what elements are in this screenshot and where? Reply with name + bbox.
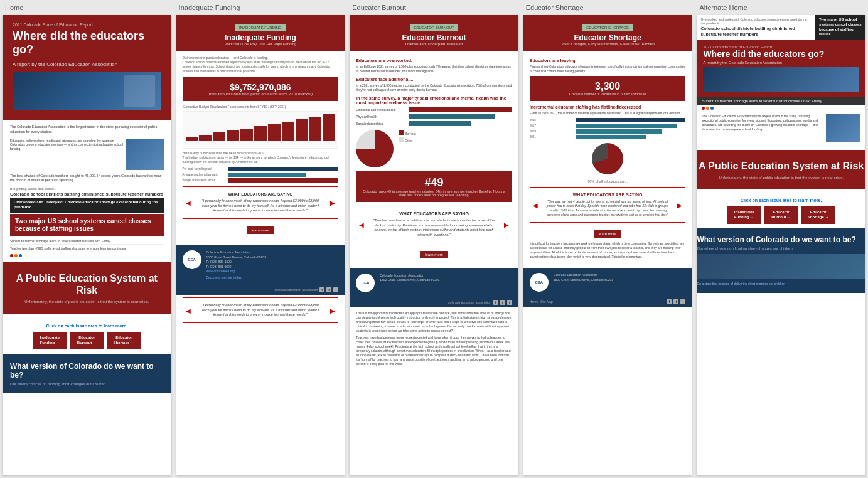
facebook-icon[interactable]: f [319, 287, 324, 292]
shortage-social-bar: Home Site Map f t i [523, 297, 692, 307]
chart-bar-3 [213, 132, 225, 141]
burnout-text1: In an EdSurge 2021 survey of 1,500-plus … [356, 65, 512, 73]
instagram-icon[interactable]: i [333, 287, 338, 292]
column-burnout: Educator Burnout EDUCATOR BURNOUT Educat… [347, 0, 521, 478]
alt-risk-section: A Public Education System at Risk Unfort… [697, 150, 865, 189]
home-page-preview: 2021 Colorado State of Education Report … [3, 15, 171, 475]
column-header-funding: Inadequate Funding [174, 0, 348, 15]
burnout-section1-title: Educators are overworked. [356, 58, 512, 63]
burnout-tag: EDUCATOR BURNOUT [410, 24, 458, 31]
burnout-stat-note-label: Colorado ranks 49 in average teacher sal… [361, 189, 507, 197]
shortage-body: Educators are leaving. Figures show Colo… [523, 51, 692, 265]
home-risk-title: A Public Education System at Risk [10, 272, 164, 296]
home-risk-section: A Public Education System at Risk Unfort… [3, 262, 171, 314]
burnout-footer-org: Colorado Education Association [380, 274, 512, 279]
funding-saying-title: WHAT EDUCATORS ARE SAYING [188, 192, 333, 196]
alt-news-bar: Substitute teacher shortage leads to sev… [697, 97, 865, 105]
burnout-hero: EDUCATOR BURNOUT Educator Burnout Overwo… [350, 15, 518, 51]
shortage-instagram-icon[interactable]: i [680, 299, 685, 304]
alt-version-subtitle: Our where choices on funding short-chang… [697, 247, 865, 250]
column-header-alt-home: Alternate Home [694, 0, 868, 15]
twitter-icon[interactable]: t [326, 287, 331, 292]
alt-issue-card-shortage[interactable]: Educator Shortage → [801, 206, 835, 224]
shortage-btn-center: learn more [530, 226, 686, 238]
chart-bar-6 [254, 126, 267, 141]
burnout-body: Educators are overworked. In an EdSurge … [350, 51, 518, 266]
home-news-overline: Overworked and underpaid: Colorado educa… [10, 198, 164, 213]
burnout-instagram-icon[interactable]: i [507, 300, 512, 305]
burnout-pie [356, 130, 394, 167]
shortage-facebook-icon[interactable]: f [667, 299, 672, 304]
home-news-sub2: Teacher two plan - NHS staffs avoid staf… [10, 245, 164, 252]
funding-footer-logo: CEA [183, 250, 201, 269]
shortage-saying-quote: "One day, we had 4 people out for events… [535, 199, 680, 217]
shortage-carousel-right[interactable]: ▶ [677, 201, 682, 208]
home-hero-label: 2021 Colorado State of Education Report [13, 23, 161, 27]
shortage-twitter-icon[interactable]: t [673, 299, 678, 304]
issue-card-burnout[interactable]: Educator Burnout → [70, 332, 104, 349]
burnout-learn-more-btn[interactable]: learn more [420, 251, 448, 258]
burnout-carousel-left[interactable]: ◀ [359, 221, 364, 228]
funding-second-carousel: ◀ "I personally finance much of my class… [183, 297, 339, 323]
shortage-text1: Figures show Colorado's educator shortag… [530, 65, 686, 73]
issue-card-funding[interactable]: Inadequate Funding → [33, 332, 67, 349]
burnout-section3-title: In the same survey, a majority said emot… [356, 96, 512, 105]
shortage-nav-home[interactable]: Home [530, 300, 538, 304]
funding2-saying-quote: "I personally finance much of my classro… [188, 303, 333, 317]
alt-body-two-col: The Colorado Education Association is th… [697, 112, 865, 145]
funding-footer-cta[interactable]: Become a member today. [206, 275, 339, 280]
funding2-carousel-right[interactable]: ▶ [330, 307, 335, 314]
funding-learn-more-btn[interactable]: learn more [247, 226, 275, 234]
shortage-pie-label: 70% of all educators are... [530, 179, 686, 183]
burnout-text2: In a 2021 survey of 1,300 teachers condu… [356, 83, 512, 92]
funding-page-preview: INADEQUATE FUNDING Inadequate Funding Po… [176, 15, 345, 475]
burnout-sbar-2: Physical health [356, 114, 512, 119]
burnout-twitter-icon[interactable]: t [500, 300, 505, 305]
shortage-hero: EDUCATOR SHORTAGE Educator Shortage Cove… [523, 15, 692, 51]
alt-news-headline: Colorado school districts battling dimin… [700, 26, 812, 37]
burnout-bottom-text: There is no opportunity to maintain an a… [350, 307, 518, 373]
funding-educators-saying: WHAT EDUCATORS ARE SAYING ◀ "I personall… [183, 186, 339, 219]
shortage-carousel-left[interactable]: ◀ [533, 201, 538, 208]
burnout-stat-highlight: #49 Colorado ranks 49 in average teacher… [356, 171, 512, 202]
chart-bar-5 [240, 129, 253, 141]
funding2-carousel-left[interactable]: ◀ [186, 307, 191, 314]
alt-news-left: Overworked and underpaid: Colorado educa… [697, 15, 815, 40]
column-home: Home 2021 Colorado State of Education Re… [0, 0, 174, 478]
burnout-facebook-icon[interactable]: f [493, 300, 498, 305]
burnout-title: Educator Burnout [357, 33, 511, 42]
funding-footer-website[interactable]: www.coloradoea.org [206, 269, 339, 274]
funding-carousel-left[interactable]: ◀ [186, 199, 191, 206]
alt-issue-card-funding[interactable]: Inadequate Funding → [727, 206, 761, 224]
home-news-big-headline: Two major US school systems cancel class… [10, 214, 164, 236]
home-cta-section: Click on each issue area to learn more. … [10, 319, 164, 354]
alt-version-image [697, 254, 865, 279]
funding-social-label: colorado education association [275, 288, 318, 292]
issue-card-shortage[interactable]: Educator Shortage → [107, 332, 141, 349]
burnout-pie-text: Burnout Other [399, 130, 512, 143]
funding-hbars: Per pupil spending rank Average teacher … [183, 167, 339, 183]
home-body-text3: The best chance of Colorado teachers bou… [10, 174, 164, 183]
funding-saying-quote: "I personally finance much of my classro… [188, 199, 333, 213]
chart-bar-7 [268, 124, 281, 141]
shortage-learn-more-btn[interactable]: learn more [594, 230, 622, 238]
home-news-sub1: Substitute teacher shortage leads to sev… [10, 238, 164, 245]
funding-stat-number: $9,752,970,086 [188, 82, 334, 92]
shortage-footer-org: Colorado Education Association [554, 273, 686, 278]
alt-issue-card-burnout[interactable]: Educator Burnout → [764, 206, 798, 224]
burnout-carousel-right[interactable]: ▶ [504, 221, 509, 228]
column-header-burnout: Educator Burnout [347, 0, 521, 15]
funding-text1: Colorado school districts received signi… [183, 60, 339, 73]
shortage-nav-sitemap[interactable]: Site Map [540, 300, 553, 304]
burnout-social-label: colorado education association [448, 300, 491, 304]
dot-blue [19, 254, 22, 257]
chart-bar-2 [199, 135, 212, 141]
sbar-fill-3 [409, 121, 471, 126]
shortage-hbar-3: 2019 [530, 129, 686, 134]
shortage-page-preview: EDUCATOR SHORTAGE Educator Shortage Cove… [523, 15, 692, 475]
funding-stat-label: Total amount stolen from public educatio… [188, 92, 334, 96]
burnout-btn-center: learn more [356, 247, 512, 258]
funding-body: Disinvestment in public education — and … [176, 51, 345, 243]
funding-carousel-right[interactable]: ▶ [330, 199, 335, 206]
alt-version-title: What version of Colorado do we want to b… [697, 235, 865, 244]
